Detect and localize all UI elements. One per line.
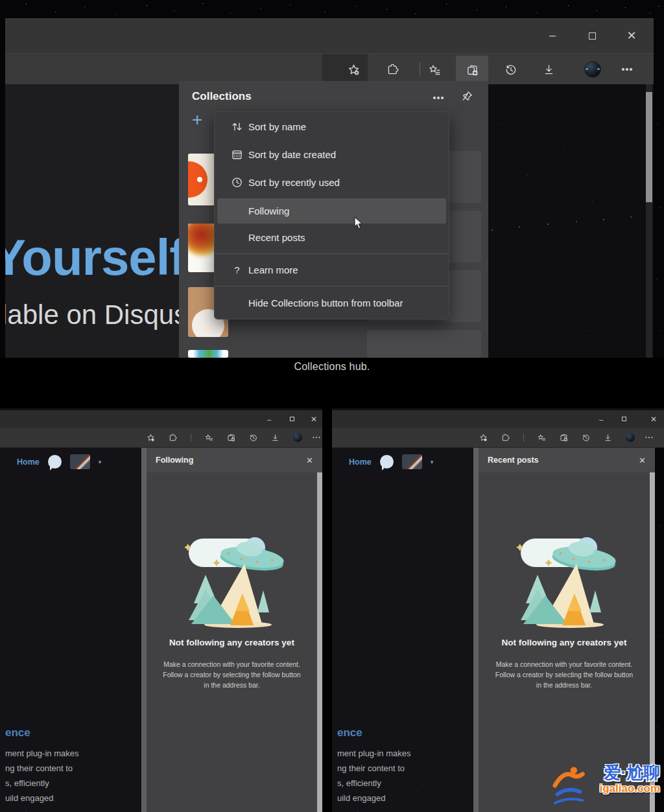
more-options-icon[interactable] xyxy=(316,437,317,438)
history-icon xyxy=(504,64,517,76)
thumbnail-art xyxy=(188,161,208,198)
add-favorite-button[interactable] xyxy=(340,58,366,81)
watermark: 爱·尬聊 igaliao.com xyxy=(551,761,663,811)
menu-item-label: Sort by recently used xyxy=(248,177,340,188)
history-icon[interactable] xyxy=(249,434,257,442)
home-link[interactable]: Home xyxy=(349,458,372,467)
page-text-line: ment plug-in makes xyxy=(5,746,78,761)
star-list-icon xyxy=(429,64,441,76)
empty-state-line: in the address bar. xyxy=(147,680,317,690)
hero-headline: Yourself xyxy=(5,228,179,287)
page-image-thumbnail[interactable] xyxy=(402,454,422,469)
menu-item-learn-more[interactable]: ? Learn more xyxy=(215,256,449,284)
panel-close-button[interactable]: ✕ xyxy=(639,456,646,465)
page-scrollbar[interactable] xyxy=(646,84,652,358)
panel-header: Recent posts ✕ xyxy=(479,448,655,472)
menu-item-following[interactable]: Following xyxy=(217,198,446,224)
puzzle-icon xyxy=(386,64,399,76)
new-collection-button[interactable]: + xyxy=(192,111,202,129)
maximize-button[interactable] xyxy=(284,410,300,428)
history-button[interactable] xyxy=(497,58,523,81)
more-options-icon xyxy=(626,68,628,70)
browser-toolbar xyxy=(332,428,664,448)
panel-scrollbar[interactable] xyxy=(317,472,322,812)
empty-state-description: Make a connection with your favorite con… xyxy=(479,659,650,690)
menu-item-hide-collections[interactable]: Hide Collections button from toolbar xyxy=(215,288,449,317)
question-icon: ? xyxy=(231,264,243,276)
pin-panel-button[interactable] xyxy=(459,88,475,104)
minimize-button[interactable]: – xyxy=(261,410,277,428)
menu-separator xyxy=(215,253,449,254)
collections-icon xyxy=(466,64,479,76)
menu-item-label: Sort by date created xyxy=(248,149,336,160)
puzzle-icon[interactable] xyxy=(501,434,510,442)
menu-item-recent-posts[interactable]: Recent posts xyxy=(215,224,449,251)
minimize-button[interactable]: – xyxy=(593,410,609,428)
space-strip xyxy=(655,448,664,812)
maximize-button[interactable] xyxy=(616,410,632,428)
caret-down-icon[interactable]: ▾ xyxy=(99,459,102,465)
page-scrollbar[interactable] xyxy=(473,448,479,812)
recent-posts-panel: Recent posts ✕ xyxy=(479,448,655,812)
pin-icon xyxy=(461,90,473,102)
page-text-line: s, efficiently xyxy=(337,776,410,791)
menu-item-label: Hide Collections button from toolbar xyxy=(248,297,403,308)
collections-more-button[interactable] xyxy=(431,91,446,104)
star-list-icon[interactable] xyxy=(538,434,546,442)
close-button[interactable]: ✕ xyxy=(306,410,322,428)
downloads-button[interactable] xyxy=(536,58,562,81)
home-link[interactable]: Home xyxy=(17,458,40,467)
extensions-button[interactable] xyxy=(379,58,405,81)
menu-item-label: Learn more xyxy=(248,264,298,275)
avatar[interactable] xyxy=(626,433,635,442)
settings-more-button[interactable] xyxy=(614,58,640,81)
download-icon[interactable] xyxy=(271,434,279,442)
history-icon[interactable] xyxy=(582,434,590,442)
page-scrollbar[interactable] xyxy=(141,448,147,812)
panel-close-button[interactable]: ✕ xyxy=(306,456,313,465)
avatar[interactable] xyxy=(293,433,302,442)
menu-item-sort-by-recent[interactable]: Sort by recently used xyxy=(215,168,449,196)
mini-screenshot-recent-posts: – ✕ Home ▾ xyxy=(332,408,664,812)
more-options-icon[interactable] xyxy=(648,437,650,438)
menu-item-sort-by-date[interactable]: Sort by date created xyxy=(215,141,449,168)
watermark-logo-icon xyxy=(551,762,589,810)
star-list-icon[interactable] xyxy=(205,434,213,442)
collections-icon[interactable] xyxy=(560,434,568,442)
screenshot-stage: – ✕ xyxy=(0,0,664,812)
mini-screenshot-following: – ✕ Home ▾ xyxy=(0,408,322,812)
browser-toolbar xyxy=(0,428,322,448)
starfield xyxy=(0,0,1,1)
toolbar-divider xyxy=(191,434,191,442)
star-plus-icon[interactable] xyxy=(479,434,488,442)
empty-state-title: Not following any creators yet xyxy=(147,638,317,647)
hero-subheadline: lable on Disqus xyxy=(5,299,179,331)
menu-item-label: Sort by name xyxy=(248,121,306,132)
profile-button[interactable] xyxy=(580,58,606,81)
collection-thumbnail[interactable] xyxy=(188,350,228,358)
toolbar-divider xyxy=(523,434,524,442)
scrollbar-thumb[interactable] xyxy=(646,92,652,202)
menu-separator xyxy=(215,286,449,286)
star-plus-icon[interactable] xyxy=(147,434,155,442)
collections-icon[interactable] xyxy=(227,434,235,442)
close-button[interactable]: ✕ xyxy=(618,18,645,53)
favorites-button[interactable] xyxy=(421,58,447,81)
minimize-button[interactable]: – xyxy=(539,18,566,53)
page-text-line: ng their content to xyxy=(5,761,78,776)
page-image-thumbnail[interactable] xyxy=(70,454,90,469)
download-icon[interactable] xyxy=(604,434,612,442)
webpage: Home ▾ ence ment plug-in makes ng their … xyxy=(332,448,473,812)
chat-bubble-icon[interactable] xyxy=(48,455,62,469)
close-button[interactable]: ✕ xyxy=(646,410,661,428)
toolbar-divider xyxy=(420,62,420,76)
caret-down-icon[interactable]: ▾ xyxy=(431,459,434,465)
puzzle-icon[interactable] xyxy=(169,434,177,442)
chat-bubble-icon[interactable] xyxy=(380,455,394,469)
menu-item-sort-by-name[interactable]: Sort by name xyxy=(215,113,449,141)
browser-toolbar xyxy=(5,53,654,84)
caption-text: Collections hub. xyxy=(0,361,664,373)
page-heading-fragment: ence xyxy=(337,726,410,739)
collection-card[interactable] xyxy=(367,330,481,358)
maximize-button[interactable] xyxy=(578,18,606,53)
